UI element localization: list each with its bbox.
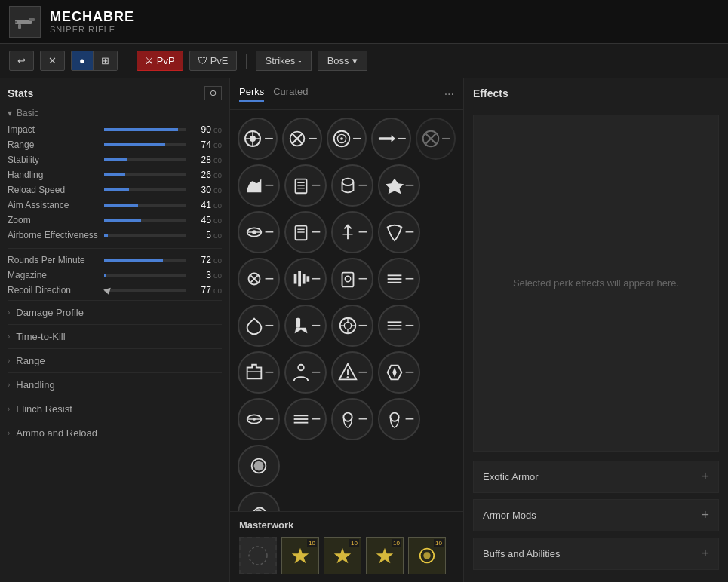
perk-remove-2-3[interactable]: −	[358, 176, 368, 195]
perk-remove-1-1[interactable]: −	[264, 129, 274, 149]
pve-button[interactable]: 🛡 PvE	[189, 51, 237, 71]
perk-slot-7-3[interactable]: −	[331, 398, 373, 440]
stat-edit-icon[interactable]: oo	[213, 216, 222, 225]
mw-slot-2[interactable]: 10	[324, 537, 361, 574]
perk-slot-8-1[interactable]	[238, 445, 280, 487]
perk-remove-5-1[interactable]: −	[265, 316, 275, 335]
perk-slot-2-4[interactable]: −	[378, 164, 420, 207]
tab-curated[interactable]: Curated	[273, 86, 308, 102]
stat-edit-icon[interactable]: oo	[213, 271, 222, 280]
perk-slot-5-2[interactable]: −	[284, 305, 327, 347]
perk-remove-3-4[interactable]: −	[405, 222, 415, 242]
mw-slot-1[interactable]: 10	[281, 537, 319, 574]
perk-slot-6-3[interactable]: −	[331, 351, 373, 394]
perk-slot-2-1[interactable]: −	[238, 164, 280, 207]
perk-remove-1-2[interactable]: −	[308, 129, 318, 149]
perk-remove-2-4[interactable]: −	[405, 176, 415, 195]
perk-slot-6-2[interactable]: −	[284, 351, 327, 394]
perk-slot-3-4[interactable]: −	[378, 211, 420, 253]
collapsible-section-damage-profile[interactable]: ›Damage Profile	[8, 300, 222, 324]
mw-slot-3[interactable]: 10	[366, 537, 404, 574]
perk-slot-4-4[interactable]: −	[378, 258, 420, 300]
stat-edit-icon[interactable]: oo	[213, 141, 222, 149]
perk-slot-6-1[interactable]: −	[238, 351, 280, 394]
perk-remove-3-2[interactable]: −	[312, 222, 321, 242]
stat-edit-icon[interactable]: oo	[213, 171, 222, 179]
perk-remove-5-2[interactable]: −	[312, 316, 321, 335]
armor-mods-row[interactable]: Armor Mods +	[473, 499, 719, 531]
undo-button[interactable]: ↩	[9, 51, 34, 71]
stat-edit-icon[interactable]: oo	[213, 231, 222, 240]
collapsible-section-time-to-kill[interactable]: ›Time-to-Kill	[8, 324, 222, 348]
collapsible-section-ammo-and-reload[interactable]: ›Ammo and Reload	[8, 421, 222, 445]
perk-remove-4-2[interactable]: −	[312, 269, 321, 289]
perk-slot-6-4[interactable]: −	[378, 351, 420, 394]
perks-menu-button[interactable]: ···	[444, 87, 454, 101]
perk-remove-3-1[interactable]: −	[265, 222, 275, 242]
view-single-button[interactable]: ●	[72, 51, 93, 70]
perk-slot-3-1[interactable]: −	[238, 211, 280, 253]
perk-remove-6-4[interactable]: −	[405, 363, 415, 382]
perks-panel: Perks Curated ··· − − −	[230, 78, 464, 582]
perk-remove-4-3[interactable]: −	[358, 269, 368, 289]
perk-remove-4-4[interactable]: −	[405, 269, 415, 289]
perk-slot-3-2[interactable]: −	[284, 211, 327, 253]
perk-slot-9-1[interactable]	[238, 492, 280, 511]
stat-edit-icon[interactable]: oo	[213, 256, 222, 265]
pvp-button[interactable]: ⚔ PvP	[137, 51, 183, 71]
stat-edit-icon[interactable]: oo	[213, 186, 222, 195]
perk-remove-6-2[interactable]: −	[312, 363, 321, 382]
perk-slot-5-1[interactable]: −	[238, 305, 280, 347]
perk-remove-1-4[interactable]: −	[397, 129, 407, 149]
buffs-row[interactable]: Buffs and Abilities +	[473, 538, 719, 570]
perk-remove-2-2[interactable]: −	[312, 176, 321, 195]
stat-edit-icon[interactable]: oo	[213, 156, 222, 164]
exotic-armor-row[interactable]: Exotic Armor +	[473, 461, 719, 493]
redo-button[interactable]: ✕	[40, 51, 65, 71]
perk-slot-1-3[interactable]: −	[327, 118, 367, 160]
perk-slot-4-1[interactable]: −	[238, 258, 280, 300]
perk-remove-4-1[interactable]: −	[265, 269, 275, 289]
collapsible-section-handling[interactable]: ›Handling	[8, 372, 222, 397]
perk-remove-5-3[interactable]: −	[358, 316, 368, 335]
perk-remove-6-3[interactable]: −	[358, 363, 368, 382]
collapsible-section-range[interactable]: ›Range	[8, 348, 222, 372]
perk-slot-4-3[interactable]: −	[331, 258, 373, 300]
perk-remove-7-4[interactable]: −	[405, 409, 415, 429]
collapsible-section-flinch-resist[interactable]: ›Flinch Resist	[8, 397, 222, 421]
stat-edit-icon[interactable]: oo	[213, 126, 222, 134]
perk-slot-2-3[interactable]: −	[331, 164, 373, 207]
stats-toggle-button[interactable]: ⊕	[204, 86, 222, 100]
perk-slot-7-4[interactable]: −	[378, 398, 420, 440]
boss-button[interactable]: Boss ▾	[318, 51, 367, 71]
perk-slot-3-3[interactable]: −	[331, 211, 373, 253]
mw-slot-4[interactable]: 10	[408, 537, 446, 574]
perk-slot-1-1[interactable]: −	[238, 118, 278, 160]
view-grid-button[interactable]: ⊞	[93, 51, 117, 70]
perk-slot-1-4[interactable]: −	[371, 118, 411, 160]
perk-remove-3-3[interactable]: −	[358, 222, 368, 242]
perk-remove-7-2[interactable]: −	[312, 409, 321, 429]
perk-remove-7-3[interactable]: −	[358, 409, 368, 429]
perk-slot-4-2[interactable]: −	[284, 258, 327, 300]
perk-slot-1-2[interactable]: −	[282, 118, 322, 160]
perk-slot-7-1[interactable]: −	[238, 398, 280, 440]
stat-edit-icon[interactable]: oo	[213, 286, 222, 295]
tab-perks[interactable]: Perks	[239, 86, 264, 102]
stat-edit-icon[interactable]: oo	[213, 201, 222, 210]
stat-bar	[104, 188, 129, 191]
perk-slot-5-3[interactable]: −	[331, 305, 373, 347]
perk-remove-5-4[interactable]: −	[405, 316, 415, 335]
perk-remove-6-1[interactable]: −	[265, 363, 275, 382]
perk-remove-7-1[interactable]: −	[265, 409, 275, 429]
perk-slot-2-2[interactable]: −	[284, 164, 327, 207]
perk-slot-7-2[interactable]: −	[284, 398, 327, 440]
perk-remove-2-1[interactable]: −	[265, 176, 275, 195]
basic-section-label[interactable]: ▾ Basic	[8, 108, 222, 118]
strikes-button[interactable]: Strikes -	[256, 51, 312, 71]
perk-remove-1-5[interactable]: −	[441, 129, 451, 149]
mw-slot-empty[interactable]	[239, 537, 277, 574]
perk-remove-1-3[interactable]: −	[352, 129, 362, 149]
perk-slot-5-4[interactable]: −	[378, 305, 420, 347]
perk-slot-1-5[interactable]: −	[416, 118, 456, 160]
